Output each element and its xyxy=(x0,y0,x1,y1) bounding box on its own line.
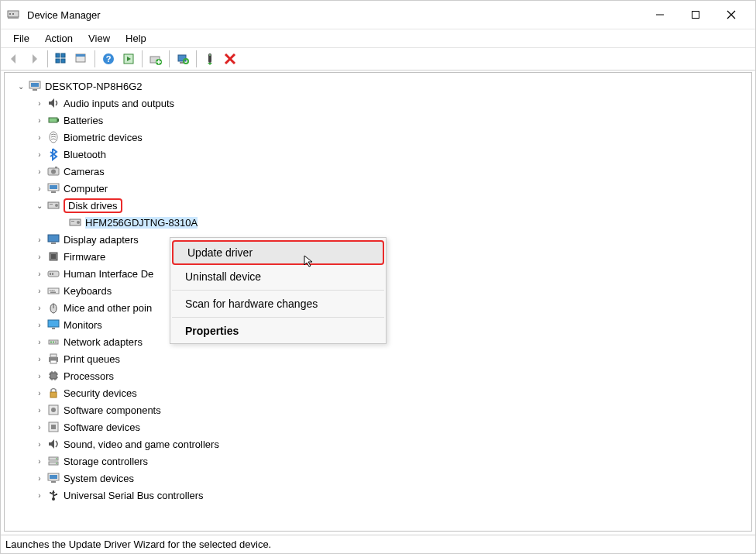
tree-category[interactable]: ›Display adapters xyxy=(34,231,745,248)
tree-category[interactable]: ›Cameras xyxy=(34,163,745,180)
tree-category[interactable]: ›Human Interface De xyxy=(34,265,745,282)
tree-category[interactable]: ›Software components xyxy=(34,401,745,418)
chevron-icon[interactable]: › xyxy=(34,167,45,176)
chevron-icon[interactable]: › xyxy=(34,253,45,261)
tree-category[interactable]: ›Bluetooth xyxy=(34,146,745,163)
tree-category-label[interactable]: Print queues xyxy=(64,353,120,365)
svg-rect-65 xyxy=(50,354,57,357)
tree-category-label[interactable]: Storage controllers xyxy=(64,456,148,467)
minimize-button[interactable] xyxy=(642,1,678,29)
disk-icon xyxy=(68,215,82,229)
tree-category-label[interactable]: Human Interface De xyxy=(64,268,153,280)
tree-category-label[interactable]: Mice and other poin xyxy=(64,302,152,314)
maximize-button[interactable] xyxy=(678,1,713,29)
tree-category[interactable]: ›Print queues xyxy=(34,350,745,367)
tree-category-label[interactable]: Software components xyxy=(64,404,161,416)
tree-category-label[interactable]: Firmware xyxy=(64,251,105,263)
ctx-properties[interactable]: Properties xyxy=(171,320,385,342)
firmware-icon xyxy=(46,249,60,263)
chevron-icon[interactable]: › xyxy=(34,338,45,346)
chevron-icon[interactable]: › xyxy=(34,304,45,312)
forward-button[interactable] xyxy=(24,50,44,68)
tree-root-label[interactable]: DESKTOP-NP8H6G2 xyxy=(45,81,142,92)
chevron-icon[interactable]: › xyxy=(34,474,45,483)
chevron-icon[interactable]: › xyxy=(34,321,45,329)
usb-icon xyxy=(46,488,60,502)
chevron-down-icon[interactable]: ⌄ xyxy=(15,82,26,91)
ctx-uninstall-device[interactable]: Uninstall device xyxy=(171,266,385,287)
tree-category-label[interactable]: Cameras xyxy=(64,166,105,177)
svg-rect-55 xyxy=(50,292,56,294)
tree-category[interactable]: ›Audio inputs and outputs xyxy=(34,95,745,112)
tree-category[interactable]: ›Processors xyxy=(34,367,745,384)
show-hidden-button[interactable] xyxy=(71,50,91,68)
enable-device-button[interactable] xyxy=(200,50,220,68)
tree-category[interactable]: ›Network adapters xyxy=(34,333,745,350)
chevron-icon[interactable]: › xyxy=(34,133,45,142)
chevron-icon[interactable]: › xyxy=(34,236,45,244)
tree-category[interactable]: ›Batteries xyxy=(34,112,745,129)
help-button[interactable]: ? xyxy=(98,50,119,68)
action-button[interactable] xyxy=(119,50,139,68)
tree-category[interactable]: ›Software devices xyxy=(34,418,745,435)
tree-category-label[interactable]: Monitors xyxy=(64,319,102,331)
chevron-icon[interactable]: › xyxy=(34,150,45,159)
chevron-icon[interactable]: › xyxy=(34,491,45,500)
chevron-icon[interactable]: › xyxy=(34,99,45,108)
tree-category[interactable]: ⌄Disk drives xyxy=(34,197,745,214)
uninstall-device-button[interactable] xyxy=(220,50,240,68)
tree-device[interactable]: HFM256GDJTNG-8310A xyxy=(56,214,745,231)
menu-action[interactable]: Action xyxy=(37,31,81,46)
menu-file[interactable]: File xyxy=(5,31,37,46)
close-button[interactable] xyxy=(713,1,749,29)
tree-device-label[interactable]: HFM256GDJTNG-8310A xyxy=(85,217,198,229)
tree-category[interactable]: ›System devices xyxy=(34,470,745,487)
tree-category-label[interactable]: Display adapters xyxy=(64,234,139,246)
menu-view[interactable]: View xyxy=(81,31,118,46)
tree-category-label[interactable]: Computer xyxy=(64,183,108,194)
tree-category[interactable]: ›Sound, video and game controllers xyxy=(34,435,745,452)
tree-category[interactable]: ›Storage controllers xyxy=(34,452,745,470)
update-driver-button[interactable] xyxy=(146,50,166,68)
chevron-icon[interactable]: ⌄ xyxy=(34,201,45,210)
ctx-update-driver[interactable]: Update driver xyxy=(172,240,384,265)
chevron-icon[interactable]: › xyxy=(34,184,45,193)
tree-category-label[interactable]: Batteries xyxy=(64,115,103,126)
tree-category[interactable]: ›Monitors xyxy=(34,316,745,333)
tree-category-label[interactable]: Audio inputs and outputs xyxy=(64,98,174,109)
tree-category-label[interactable]: Software devices xyxy=(64,422,140,433)
toolbar: ? xyxy=(1,47,755,71)
chevron-icon[interactable]: › xyxy=(34,423,45,432)
chevron-icon[interactable]: › xyxy=(34,406,45,415)
tree-category[interactable]: ›Universal Serial Bus controllers xyxy=(34,487,745,504)
ctx-scan-hardware[interactable]: Scan for hardware changes xyxy=(171,293,385,315)
tree-category[interactable]: ›Firmware xyxy=(34,248,745,265)
tree-category-label[interactable]: Universal Serial Bus controllers xyxy=(64,490,204,501)
view-options-button[interactable] xyxy=(51,50,71,68)
chevron-icon[interactable]: › xyxy=(34,287,45,295)
tree-category[interactable]: ›Security devices xyxy=(34,384,745,401)
tree-category-label[interactable]: Keyboards xyxy=(64,285,112,297)
tree-category-label[interactable]: Biometric devices xyxy=(64,132,143,143)
chevron-icon[interactable]: › xyxy=(34,355,45,363)
chevron-icon[interactable]: › xyxy=(34,116,45,125)
chevron-icon[interactable]: › xyxy=(34,389,45,397)
chevron-icon[interactable]: › xyxy=(34,440,45,449)
tree-category-label[interactable]: Network adapters xyxy=(64,336,143,348)
tree-category-label[interactable]: Disk drives xyxy=(64,198,122,213)
scan-hardware-button[interactable] xyxy=(173,50,193,68)
chevron-icon[interactable]: › xyxy=(34,457,45,466)
tree-category[interactable]: ›Keyboards xyxy=(34,282,745,299)
chevron-icon[interactable]: › xyxy=(34,372,45,380)
menu-help[interactable]: Help xyxy=(118,31,154,46)
chevron-icon[interactable]: › xyxy=(34,270,45,278)
back-button[interactable] xyxy=(4,50,24,68)
tree-category-label[interactable]: Sound, video and game controllers xyxy=(64,439,219,450)
tree-category[interactable]: ›Computer xyxy=(34,180,745,197)
tree-category-label[interactable]: Processors xyxy=(64,370,114,382)
tree-category-label[interactable]: System devices xyxy=(64,473,134,484)
tree-category[interactable]: ›Biometric devices xyxy=(34,129,745,146)
tree-category[interactable]: ›Mice and other poin xyxy=(34,299,745,316)
tree-category-label[interactable]: Bluetooth xyxy=(64,149,106,160)
tree-category-label[interactable]: Security devices xyxy=(64,387,137,399)
